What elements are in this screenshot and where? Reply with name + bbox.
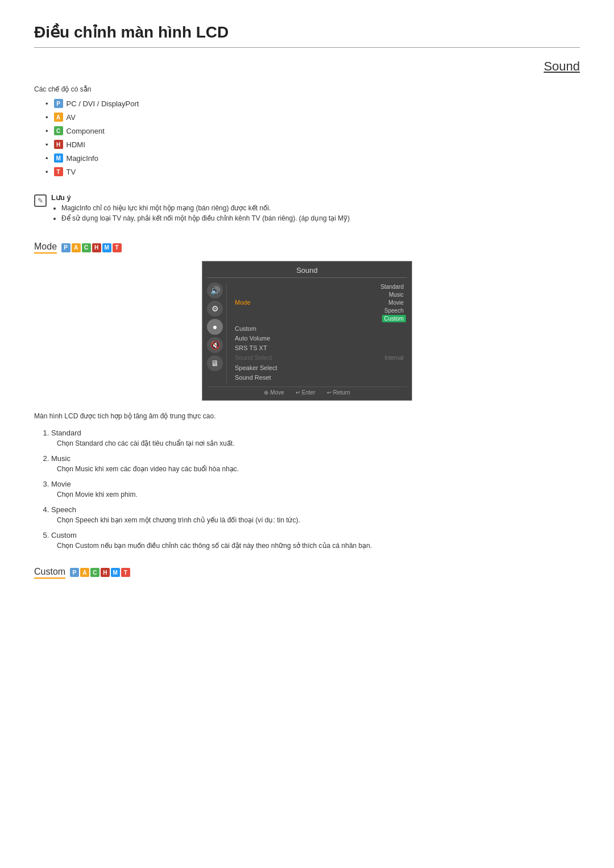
mode-section-title: Mode P A C H M T xyxy=(34,242,580,252)
list-item-custom: Custom Chọn Custom nếu bạn muốn điều chỉ… xyxy=(51,531,580,550)
mode-label: MagicInfo xyxy=(67,154,98,163)
note-title: Lưu ý xyxy=(51,193,350,202)
osd-row-autovolume: Auto Volume xyxy=(234,334,407,342)
badge-c: C xyxy=(82,243,91,252)
enter-label: Enter xyxy=(302,389,316,396)
osd-label-soundreset: Sound Reset xyxy=(235,374,271,381)
available-modes-label: Các chế độ có sẵn xyxy=(34,85,580,93)
osd-row-soundreset: Sound Reset xyxy=(234,373,407,381)
osd-row-srstsxt: SRS TS XT xyxy=(234,344,407,352)
bullet xyxy=(45,140,51,149)
badge-t: T xyxy=(121,568,130,577)
list-item: C Component xyxy=(45,126,580,135)
note-content: Lưu ý MagicInfo chỉ có hiệu lực khi một … xyxy=(51,193,350,225)
osd-label-mode: Mode xyxy=(235,299,251,306)
badge-p: P xyxy=(70,568,79,577)
mode-badges: P A C H M T xyxy=(61,243,122,252)
badge-a: A xyxy=(80,568,89,577)
osd-icon-5: 🖥 xyxy=(207,355,223,371)
osd-container: Sound 🔊 ⚙ ● 🔇 🖥 Mode Standard Music xyxy=(34,261,580,401)
osd-label-soundselect: Sound Select xyxy=(235,354,272,361)
list-item-music: Music Chọn Music khi xem các đoạn video … xyxy=(51,454,580,473)
osd-title: Sound xyxy=(207,266,407,278)
badge-p: P xyxy=(61,243,70,252)
note-box: ✎ Lưu ý MagicInfo chỉ có hiệu lực khi mộ… xyxy=(34,193,580,225)
bullet xyxy=(45,127,51,135)
custom-badges: P A C H M T xyxy=(70,568,130,577)
item-title-standard: Standard xyxy=(51,429,580,437)
list-item: T TV xyxy=(45,167,580,176)
mode-numbered-list: Standard Chọn Standard cho các cài đặt t… xyxy=(34,429,580,550)
note-bullet: Để sử dụng loại TV này, phải kết nối một… xyxy=(61,214,350,222)
list-item-movie: Movie Chọn Movie khi xem phim. xyxy=(51,480,580,499)
return-icon: ↩ xyxy=(327,389,331,396)
modes-list: P PC / DVI / DisplayPort A AV C Componen… xyxy=(34,99,580,176)
osd-icon-1: 🔊 xyxy=(207,283,223,298)
badge-m: M xyxy=(102,243,111,252)
item-desc-music: Chọn Music khi xem các đoạn video hay cá… xyxy=(51,465,580,473)
osd-value-internal: Internal xyxy=(383,354,406,362)
osd-value-custom: Custom xyxy=(382,315,406,322)
osd-label-srstsxt: SRS TS XT xyxy=(235,344,267,351)
badge-p: P xyxy=(54,99,63,108)
badge-m: M xyxy=(54,153,63,163)
list-item-standard: Standard Chọn Standard cho các cài đặt t… xyxy=(51,429,580,447)
badge-t: T xyxy=(113,243,122,252)
item-title-speech: Speech xyxy=(51,505,580,514)
note-icon: ✎ xyxy=(34,194,47,207)
item-desc-standard: Chọn Standard cho các cài đặt tiêu chuẩn… xyxy=(51,439,580,447)
enter-icon: ↵ xyxy=(296,389,300,396)
badge-h: H xyxy=(54,140,63,149)
item-desc-custom: Chọn Custom nếu bạn muốn điều chỉnh các … xyxy=(51,542,580,550)
badge-c: C xyxy=(90,568,99,577)
return-label: Return xyxy=(333,389,350,396)
osd-footer-return: ↩ Return xyxy=(327,389,350,396)
osd-values-mode: Standard Music Movie Speech Custom xyxy=(378,283,406,322)
osd-row-mode: Mode Standard Music Movie Speech Custom xyxy=(234,283,407,323)
badge-c: C xyxy=(54,126,63,135)
page-title: Điều chỉnh màn hình LCD xyxy=(34,23,580,48)
osd-icon-2: ⚙ xyxy=(207,301,223,317)
list-item: M MagicInfo xyxy=(45,153,580,163)
badge-m: M xyxy=(111,568,120,577)
custom-section-title: Custom P A C H M T xyxy=(34,567,580,578)
mode-title-text: Mode xyxy=(34,242,57,254)
osd-body: 🔊 ⚙ ● 🔇 🖥 Mode Standard Music Movie Spee… xyxy=(207,283,407,383)
osd-label-autovolume: Auto Volume xyxy=(235,335,270,342)
mode-section: Mode P A C H M T Sound 🔊 ⚙ ● 🔇 🖥 xyxy=(34,242,580,550)
badge-t: T xyxy=(54,167,63,176)
osd-value-standard: Standard xyxy=(378,283,406,290)
item-title-movie: Movie xyxy=(51,480,580,488)
osd-label-custom: Custom xyxy=(235,325,256,332)
mode-label: PC / DVI / DisplayPort xyxy=(67,99,139,108)
osd-icon-4: 🔇 xyxy=(207,337,223,353)
osd-value-speech: Speech xyxy=(382,307,406,314)
bullet xyxy=(45,154,51,163)
bullet xyxy=(45,113,51,122)
badge-a: A xyxy=(72,243,81,252)
note-bullets: MagicInfo chỉ có hiệu lực khi một hộp mạ… xyxy=(51,204,350,222)
mode-label: HDMI xyxy=(67,140,85,149)
list-item: H HDMI xyxy=(45,140,580,149)
osd-row-custom: Custom xyxy=(234,325,407,333)
osd-footer-enter: ↵ Enter xyxy=(296,389,316,396)
list-item-speech: Speech Chọn Speech khi bạn xem một chươn… xyxy=(51,505,580,524)
bullet xyxy=(45,99,51,108)
bullet xyxy=(45,168,51,176)
move-label: Move xyxy=(270,389,284,396)
item-desc-movie: Chọn Movie khi xem phim. xyxy=(51,491,580,499)
move-icon: ⊕ xyxy=(264,389,268,396)
list-item: P PC / DVI / DisplayPort xyxy=(45,99,580,108)
mode-description: Màn hình LCD được tích hợp bộ tăng âm độ… xyxy=(34,412,580,420)
item-title-music: Music xyxy=(51,454,580,463)
mode-label: AV xyxy=(67,113,76,122)
mode-label: Component xyxy=(67,127,105,135)
osd-content: Mode Standard Music Movie Speech Custom … xyxy=(230,283,407,383)
badge-a: A xyxy=(54,113,63,122)
note-bullet: MagicInfo chỉ có hiệu lực khi một hộp mạ… xyxy=(61,204,350,212)
custom-section: Custom P A C H M T xyxy=(34,567,580,578)
osd-value-movie: Movie xyxy=(386,299,406,306)
mode-label: TV xyxy=(67,168,76,176)
list-item: A AV xyxy=(45,113,580,122)
item-title-custom: Custom xyxy=(51,531,580,539)
